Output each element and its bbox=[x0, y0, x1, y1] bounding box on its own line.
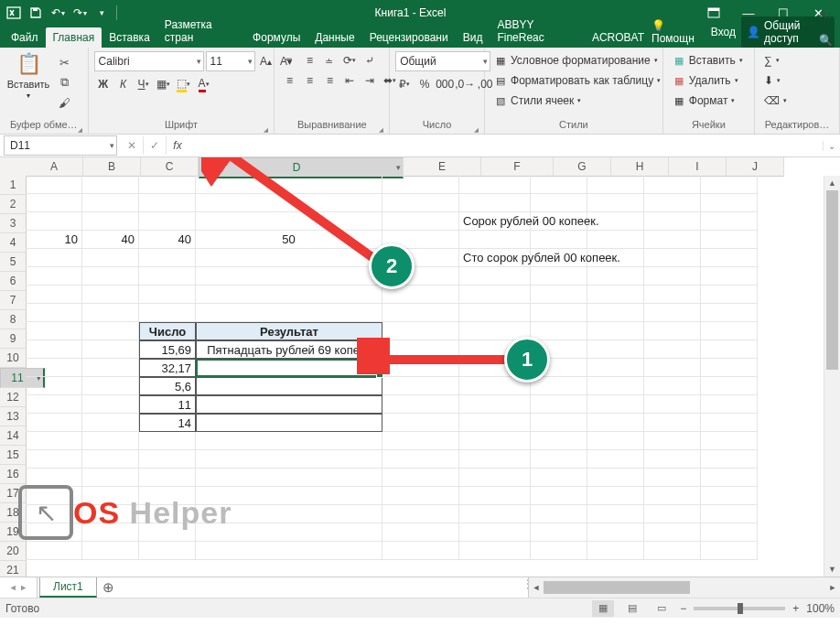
column-header-C[interactable]: C bbox=[141, 157, 199, 177]
zoom-slider[interactable] bbox=[694, 607, 785, 610]
cell-F3[interactable]: Сорок рублей 00 копеек. bbox=[459, 212, 701, 231]
cell-D14[interactable] bbox=[196, 414, 382, 432]
italic-button[interactable]: К bbox=[114, 75, 133, 93]
underline-button[interactable]: Ч▾ bbox=[135, 75, 153, 93]
vertical-scrollbar[interactable]: ▲ ▼ bbox=[824, 176, 840, 577]
cell-C11[interactable]: 32,17 bbox=[139, 359, 196, 377]
row-header-13[interactable]: 13 bbox=[0, 407, 27, 426]
border-button[interactable]: ▦▾ bbox=[155, 75, 173, 93]
tab-data[interactable]: Данные bbox=[307, 27, 361, 48]
tab-abbyy[interactable]: ABBYY FineReac bbox=[490, 15, 585, 48]
column-header-F[interactable]: F bbox=[481, 157, 554, 177]
copy-icon[interactable]: ⧉ bbox=[55, 73, 73, 92]
row-header-17[interactable]: 17 bbox=[0, 484, 27, 503]
cell-C14[interactable]: 14 bbox=[139, 414, 196, 432]
bold-button[interactable]: Ж bbox=[94, 75, 113, 93]
enter-formula-icon[interactable]: ✓ bbox=[144, 136, 167, 155]
align-bottom-icon[interactable]: ⫨ bbox=[320, 51, 339, 70]
worksheet-grid[interactable]: ABCDEFGHIJ 12345678910111213141516171819… bbox=[0, 157, 840, 577]
row-header-2[interactable]: 2 bbox=[0, 195, 27, 214]
scroll-up-icon[interactable]: ▲ bbox=[824, 176, 840, 190]
row-header-18[interactable]: 18 bbox=[0, 503, 27, 523]
cancel-formula-icon[interactable]: ✕ bbox=[121, 136, 144, 155]
row-header-5[interactable]: 5 bbox=[0, 253, 27, 272]
row-header-6[interactable]: 6 bbox=[0, 272, 27, 291]
tab-view[interactable]: Вид bbox=[456, 27, 490, 48]
select-all-corner[interactable] bbox=[0, 157, 27, 177]
cell-D13[interactable] bbox=[196, 395, 382, 414]
find-select-icon[interactable]: 🔍 bbox=[816, 31, 835, 49]
row-header-20[interactable]: 20 bbox=[0, 542, 27, 561]
column-header-I[interactable]: I bbox=[669, 157, 727, 177]
fill-button[interactable]: ⬇▾ bbox=[760, 71, 784, 90]
new-sheet-button[interactable]: ⊕ bbox=[97, 577, 121, 598]
tab-file[interactable]: Файл bbox=[4, 27, 46, 48]
column-header-E[interactable]: E bbox=[404, 157, 481, 177]
cell-styles-button[interactable]: ▧Стили ячеек▾ bbox=[490, 92, 585, 110]
formula-input[interactable] bbox=[188, 135, 823, 156]
cell-B4[interactable]: 40 bbox=[82, 231, 139, 249]
row-header-21[interactable]: 21 bbox=[0, 561, 27, 577]
cell-C10[interactable]: 15,69 bbox=[139, 340, 196, 359]
font-size-select[interactable]: 11 bbox=[206, 51, 255, 71]
increase-decimal-icon[interactable]: ,0→ bbox=[456, 75, 474, 93]
row-header-19[interactable]: 19 bbox=[0, 523, 27, 542]
scroll-down-icon[interactable]: ▼ bbox=[824, 562, 840, 577]
row-header-7[interactable]: 7 bbox=[0, 291, 27, 310]
tab-acrobat[interactable]: ACROBAT bbox=[585, 27, 652, 48]
wrap-text-icon[interactable]: ⤶ bbox=[361, 51, 379, 70]
cell-C13[interactable]: 11 bbox=[139, 395, 196, 414]
cell-F5[interactable]: Сто сорок рублей 00 копеек. bbox=[459, 249, 701, 267]
tab-formulas[interactable]: Формулы bbox=[245, 27, 307, 48]
autosum-button[interactable]: ∑▾ bbox=[760, 51, 783, 70]
row-header-8[interactable]: 8 bbox=[0, 310, 27, 329]
row-header-1[interactable]: 1 bbox=[0, 176, 27, 195]
insert-cells-button[interactable]: ▦Вставить▾ bbox=[669, 51, 747, 70]
horizontal-scrollbar[interactable]: ◄ ► bbox=[528, 577, 840, 598]
format-cells-button[interactable]: ▦Формат▾ bbox=[669, 92, 739, 110]
page-layout-view-icon[interactable]: ▤ bbox=[621, 600, 643, 617]
delete-cells-button[interactable]: ▦Удалить▾ bbox=[669, 71, 742, 90]
align-middle-icon[interactable]: ≡ bbox=[300, 51, 318, 70]
vscroll-thumb[interactable] bbox=[826, 190, 838, 370]
decrease-indent-icon[interactable]: ⇤ bbox=[340, 71, 359, 90]
expand-formula-bar-icon[interactable]: ⌄ bbox=[823, 141, 840, 151]
cell-C12[interactable]: 5,6 bbox=[139, 377, 196, 395]
cell-A4[interactable]: 10 bbox=[26, 231, 82, 249]
increase-font-icon[interactable]: A▴ bbox=[257, 52, 275, 70]
row-header-14[interactable]: 14 bbox=[0, 426, 27, 446]
hscroll-thumb[interactable] bbox=[544, 581, 690, 594]
row-header-16[interactable]: 16 bbox=[0, 465, 27, 484]
cut-icon[interactable]: ✂ bbox=[55, 53, 73, 71]
normal-view-icon[interactable]: ▦ bbox=[592, 600, 614, 617]
row-header-10[interactable]: 10 bbox=[0, 349, 27, 368]
row-header-15[interactable]: 15 bbox=[0, 446, 27, 465]
tab-home[interactable]: Главная bbox=[46, 27, 102, 48]
tell-me[interactable]: 💡 Помощн bbox=[652, 19, 705, 45]
currency-icon[interactable]: ₽▾ bbox=[395, 75, 414, 93]
sheet-tab-1[interactable]: Лист1 bbox=[39, 577, 97, 598]
align-left-icon[interactable]: ≡ bbox=[280, 71, 298, 90]
clear-button[interactable]: ⌫▾ bbox=[760, 92, 791, 110]
save-icon[interactable] bbox=[26, 3, 46, 23]
cell-D9[interactable]: Результат bbox=[196, 322, 382, 340]
column-header-J[interactable]: J bbox=[727, 157, 784, 177]
font-color-button[interactable]: A▾ bbox=[195, 75, 213, 93]
row-header-9[interactable]: 9 bbox=[0, 329, 27, 349]
undo-icon[interactable]: ↶▾ bbox=[48, 3, 68, 23]
cell-D4[interactable]: 50 bbox=[196, 231, 382, 249]
align-right-icon[interactable]: ≡ bbox=[320, 71, 339, 90]
page-break-view-icon[interactable]: ▭ bbox=[651, 600, 673, 617]
row-header-12[interactable]: 12 bbox=[0, 388, 27, 407]
conditional-formatting-button[interactable]: ▦Условное форматирование▾ bbox=[490, 51, 662, 70]
row-header-4[interactable]: 4 bbox=[0, 233, 27, 253]
number-format-select[interactable]: Общий bbox=[395, 51, 490, 71]
fx-icon[interactable]: fx bbox=[167, 139, 188, 152]
paste-button[interactable]: 📋 Вставить ▾ bbox=[5, 51, 51, 100]
cell-C4[interactable]: 40 bbox=[139, 231, 196, 249]
zoom-out-button[interactable]: − bbox=[680, 602, 686, 615]
tab-layout[interactable]: Разметка стран bbox=[157, 15, 245, 48]
fill-color-button[interactable]: ⬚▾ bbox=[175, 75, 193, 93]
format-as-table-button[interactable]: ▤Форматировать как таблицу▾ bbox=[490, 71, 664, 90]
qat-customize-icon[interactable]: ▾ bbox=[92, 3, 112, 23]
